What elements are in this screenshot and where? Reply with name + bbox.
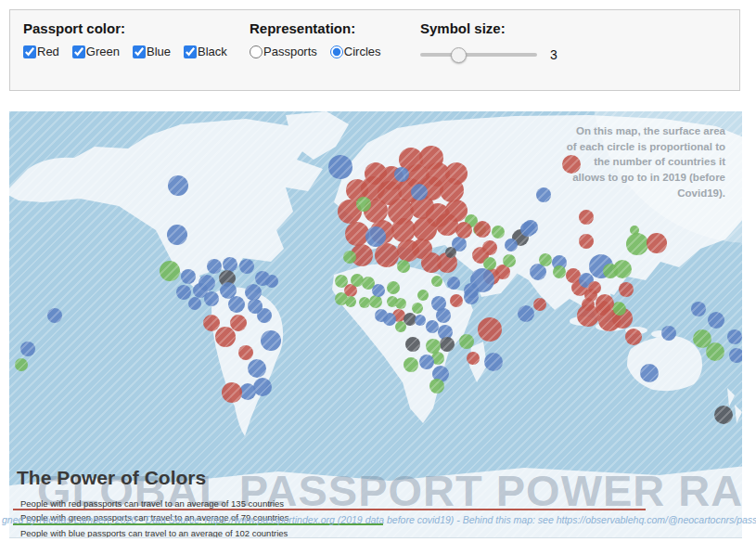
country-circle[interactable] <box>222 382 242 403</box>
country-circle[interactable] <box>238 345 253 360</box>
country-circle[interactable] <box>394 167 409 182</box>
country-circle[interactable] <box>253 378 272 396</box>
country-circle[interactable] <box>484 353 503 371</box>
country-circle[interactable] <box>459 334 474 349</box>
country-circle[interactable] <box>539 253 552 266</box>
country-circle[interactable] <box>365 226 386 247</box>
country-circle[interactable] <box>356 197 371 212</box>
country-circle[interactable] <box>387 281 400 294</box>
country-circle[interactable] <box>579 234 594 249</box>
country-circle[interactable] <box>518 305 534 322</box>
country-circle[interactable] <box>257 308 272 323</box>
country-circle[interactable] <box>619 282 634 297</box>
country-circle[interactable] <box>426 339 441 354</box>
country-circle[interactable] <box>474 221 491 238</box>
color-checkbox-black[interactable] <box>184 45 197 58</box>
country-circle[interactable] <box>714 406 733 424</box>
country-circle[interactable] <box>447 277 460 290</box>
country-circle[interactable] <box>223 257 237 272</box>
color-checkbox-green-label[interactable]: Green <box>86 45 120 58</box>
country-circle[interactable] <box>596 301 610 316</box>
country-circle[interactable] <box>419 355 434 369</box>
country-circle[interactable] <box>533 298 546 311</box>
country-circle[interactable] <box>464 283 479 298</box>
country-circle[interactable] <box>505 239 518 252</box>
country-circle[interactable] <box>395 298 406 309</box>
representation-radio-circles-label[interactable]: Circles <box>344 45 381 58</box>
country-circle[interactable] <box>523 220 538 235</box>
country-circle[interactable] <box>413 217 437 241</box>
country-circle[interactable] <box>445 247 456 258</box>
country-circle[interactable] <box>220 282 237 299</box>
country-circle[interactable] <box>176 285 191 300</box>
country-circle[interactable] <box>727 329 742 344</box>
country-circle[interactable] <box>450 294 463 307</box>
country-circle[interactable] <box>426 320 439 333</box>
country-circle[interactable] <box>691 302 706 316</box>
country-circle[interactable] <box>160 261 180 281</box>
country-circle[interactable] <box>404 357 418 372</box>
country-circle[interactable] <box>228 296 245 313</box>
country-circle[interactable] <box>369 295 382 308</box>
country-circle[interactable] <box>335 275 348 288</box>
country-circle[interactable] <box>431 276 442 287</box>
country-circle[interactable] <box>536 187 551 202</box>
color-checkbox-red-label[interactable]: Red <box>37 45 59 58</box>
country-circle[interactable] <box>412 303 423 314</box>
country-circle[interactable] <box>483 257 496 270</box>
country-circle[interactable] <box>343 251 356 264</box>
country-circle[interactable] <box>261 330 281 351</box>
color-checkbox-red[interactable] <box>23 45 36 58</box>
representation-radio-circles[interactable] <box>330 45 343 58</box>
country-circle[interactable] <box>429 379 444 394</box>
representation-radio-passports[interactable] <box>250 45 263 58</box>
country-circle[interactable] <box>626 233 648 255</box>
country-circle[interactable] <box>215 327 236 347</box>
country-circle[interactable] <box>440 178 464 202</box>
country-circle[interactable] <box>20 342 35 356</box>
country-circle[interactable] <box>579 210 594 225</box>
country-circle[interactable] <box>431 296 446 311</box>
country-circle[interactable] <box>245 284 262 301</box>
country-circle[interactable] <box>415 315 426 326</box>
country-circle[interactable] <box>203 315 220 331</box>
color-checkbox-blue-label[interactable]: Blue <box>147 45 171 58</box>
country-circle[interactable] <box>207 259 222 274</box>
country-circle[interactable] <box>436 213 458 236</box>
country-circle[interactable] <box>455 222 472 239</box>
country-circle[interactable] <box>383 313 396 326</box>
country-circle[interactable] <box>625 329 642 345</box>
color-checkbox-green[interactable] <box>72 45 85 58</box>
country-circle[interactable] <box>478 317 502 342</box>
country-circle[interactable] <box>411 184 428 200</box>
country-circle[interactable] <box>375 243 399 267</box>
representation-radio-passports-label[interactable]: Passports <box>263 45 317 58</box>
country-circle[interactable] <box>405 337 420 352</box>
country-circle[interactable] <box>239 259 254 274</box>
country-circle[interactable] <box>397 260 410 273</box>
country-circle[interactable] <box>345 222 369 246</box>
color-checkbox-black-label[interactable]: Black <box>198 45 227 58</box>
world-map[interactable]: On this map, the surface area of each ci… <box>9 111 742 538</box>
country-circle[interactable] <box>613 303 626 316</box>
country-circle[interactable] <box>265 275 278 288</box>
country-circle[interactable] <box>613 260 632 278</box>
country-circle[interactable] <box>553 265 566 278</box>
country-circle[interactable] <box>391 218 416 242</box>
symbol-size-slider[interactable] <box>420 53 537 57</box>
country-circle[interactable] <box>467 352 480 365</box>
country-circle[interactable] <box>492 226 505 239</box>
country-circle[interactable] <box>661 326 676 341</box>
country-circle[interactable] <box>395 321 406 332</box>
country-circle[interactable] <box>181 269 196 284</box>
country-circle[interactable] <box>647 233 667 253</box>
country-circle[interactable] <box>503 254 516 267</box>
color-checkbox-blue[interactable] <box>133 45 146 58</box>
country-circle[interactable] <box>188 297 201 310</box>
country-circle[interactable] <box>372 284 385 297</box>
country-circle[interactable] <box>248 359 266 378</box>
country-circle[interactable] <box>706 342 724 361</box>
country-circle[interactable] <box>440 337 455 352</box>
country-circle[interactable] <box>417 290 429 301</box>
country-circle[interactable] <box>15 358 28 371</box>
